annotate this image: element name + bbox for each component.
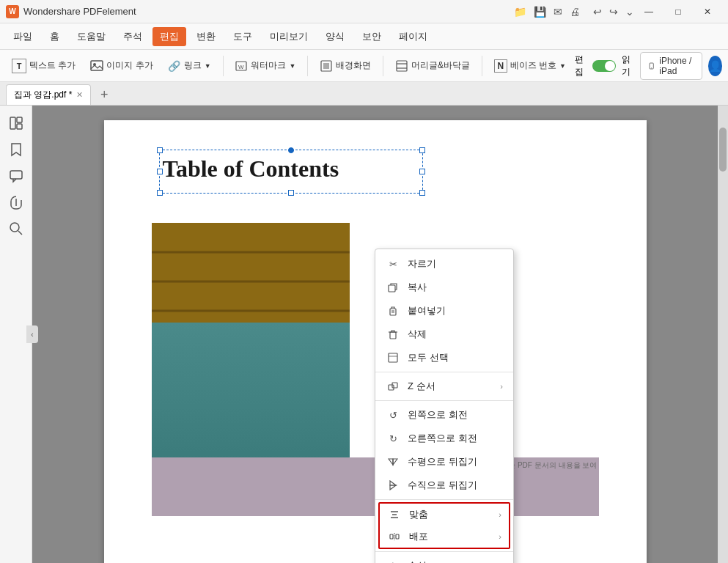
mail-icon[interactable]: ✉ (554, 6, 562, 18)
tab-0-close[interactable]: ✕ (76, 90, 83, 100)
ctx-separator-1 (375, 372, 513, 372)
page-number-dropdown-icon[interactable]: ▼ (559, 62, 566, 70)
svg-point-10 (651, 67, 652, 68)
separator-3 (383, 56, 383, 76)
link-dropdown-icon[interactable]: ▼ (205, 62, 211, 70)
edit-mode-label: 편집 (575, 54, 587, 78)
iphone-ipad-button[interactable]: iPhone / iPad (640, 52, 702, 80)
sofa-image (152, 223, 350, 472)
ctx-z-order[interactable]: Z 순서 › (375, 375, 513, 398)
ctx-align-label: 맞춤 (409, 508, 491, 521)
ctx-rotate-right[interactable]: ↻ 오른쪽으로 회전 (375, 427, 513, 450)
maximize-button[interactable]: □ (663, 0, 693, 23)
menu-item-edit[interactable]: 편집 (152, 27, 186, 46)
header-footer-label: 머리글&바닥글 (411, 59, 470, 72)
z-order-icon (386, 379, 400, 394)
scrollbar-thumb[interactable] (719, 128, 727, 172)
page-number-button[interactable]: N 베이즈 번호 ▼ (488, 56, 572, 76)
right-scrollbar[interactable] (718, 106, 728, 563)
menu-item-convert[interactable]: 변환 (189, 27, 223, 46)
ctx-flip-h[interactable]: 수평으로 뒤집기 (375, 450, 513, 474)
app-logo: W Wondershare PDFelement (6, 5, 514, 18)
minimize-button[interactable]: — (634, 0, 663, 23)
link-button[interactable]: 🔗 링크 ▼ (162, 56, 217, 76)
paste-icon (386, 303, 400, 318)
ctx-delete[interactable]: 삭제 (375, 323, 513, 346)
watermark-button[interactable]: W 워터마크 ▼ (229, 56, 301, 76)
svg-marker-47 (390, 485, 396, 490)
ctx-select-all[interactable]: 모두 선택 (375, 346, 513, 369)
svg-rect-0 (91, 61, 103, 70)
ctx-z-order-label: Z 순서 (408, 380, 493, 393)
ctx-paste[interactable]: 붙여넣기 (375, 299, 513, 323)
menu-item-tools[interactable]: 도구 (226, 27, 260, 46)
sidebar-icon-attachment[interactable] (4, 191, 28, 214)
close-button[interactable]: ✕ (693, 0, 722, 23)
title-bar: W Wondershare PDFelement 📁 💾 ✉ 🖨 ↩ ↪ ⌄ —… (0, 0, 728, 23)
dropdown-arrow-icon[interactable]: ⌄ (625, 6, 634, 18)
menu-item-file[interactable]: 파일 (6, 27, 40, 46)
background-icon (320, 59, 333, 73)
ctx-rotate-left-label: 왼쪽으로 회전 (408, 408, 503, 422)
print-icon[interactable]: 🖨 (570, 6, 580, 18)
rotate-right-icon: ↻ (386, 431, 400, 446)
menu-item-home[interactable]: 홈 (43, 27, 67, 46)
page-number-label: 베이즈 번호 (510, 59, 556, 72)
sidebar-icon-comment[interactable] (4, 164, 28, 188)
sidebar-icon-search[interactable] (4, 217, 28, 240)
app-name: Wondershare PDFelement (23, 6, 136, 17)
separator-4 (482, 56, 482, 76)
profile-avatar[interactable]: 👤 (708, 56, 722, 76)
menu-item-form[interactable]: 양식 (318, 27, 352, 46)
sidebar-icon-bookmark[interactable] (4, 138, 28, 161)
ctx-distribute[interactable]: 배포 › (380, 526, 509, 548)
open-folder-icon[interactable]: 📁 (514, 6, 526, 18)
context-menu: ✂ 자르기 복사 붙여넣기 삭제 (375, 249, 514, 563)
text-icon: T (12, 59, 26, 73)
toggle-track[interactable] (592, 60, 616, 72)
add-image-button[interactable]: 이미지 추가 (84, 56, 158, 76)
menu-item-page[interactable]: 페이지 (391, 27, 435, 46)
add-tab-button[interactable]: + (94, 84, 114, 105)
ctx-flip-v-label: 수직으로 뒤집기 (408, 479, 503, 492)
svg-rect-27 (166, 377, 240, 428)
ctx-cut[interactable]: ✂ 자르기 (375, 252, 513, 276)
read-mode-label: 읽기 (622, 54, 633, 78)
watermark-icon: W (235, 59, 248, 73)
redo-icon[interactable]: ↪ (609, 6, 618, 18)
ctx-rotate-left[interactable]: ↺ 왼쪽으로 회전 (375, 403, 513, 427)
delete-icon (386, 327, 400, 342)
align-icon (387, 507, 402, 522)
watermark-dropdown-icon[interactable]: ▼ (289, 62, 295, 70)
ctx-copy[interactable]: 복사 (375, 276, 513, 299)
handle-tc (288, 147, 294, 153)
image-icon (90, 59, 103, 73)
ctx-separator-3 (375, 499, 513, 500)
undo-icon[interactable]: ↩ (593, 6, 602, 18)
ctx-align[interactable]: 맞춤 › (380, 504, 509, 526)
main-area: ‹ Table of Contents (0, 106, 728, 563)
link-icon: 🔗 (168, 59, 181, 73)
svg-rect-5 (323, 63, 329, 69)
properties-icon: ⚙ (386, 559, 400, 563)
add-image-label: 이미지 추가 (106, 59, 152, 72)
tab-0[interactable]: 집과 영감.pdf * ✕ (6, 84, 91, 105)
svg-marker-45 (393, 459, 397, 465)
header-footer-button[interactable]: 머리글&바닥글 (389, 56, 476, 76)
flip-v-icon (386, 478, 400, 493)
menu-item-annotation[interactable]: 주석 (116, 27, 150, 46)
menu-item-security[interactable]: 보안 (355, 27, 389, 46)
sidebar-collapse-arrow[interactable]: ‹ (26, 325, 38, 343)
menu-item-help[interactable]: 도움말 (70, 27, 113, 46)
background-button[interactable]: 배경화면 (314, 56, 377, 76)
ctx-copy-label: 복사 (408, 281, 503, 294)
edit-toggle[interactable] (592, 60, 616, 72)
ctx-flip-v[interactable]: 수직으로 뒤집기 (375, 474, 513, 497)
pdf-area: Table of Contents (32, 106, 718, 563)
save-icon[interactable]: 💾 (534, 6, 546, 18)
svg-marker-44 (389, 459, 393, 465)
menu-item-preview[interactable]: 미리보기 (262, 27, 315, 46)
add-text-button[interactable]: T 텍스트 추가 (6, 56, 81, 76)
sidebar-icon-layout[interactable] (4, 111, 28, 135)
ctx-properties[interactable]: ⚙ 속성 (375, 554, 513, 563)
